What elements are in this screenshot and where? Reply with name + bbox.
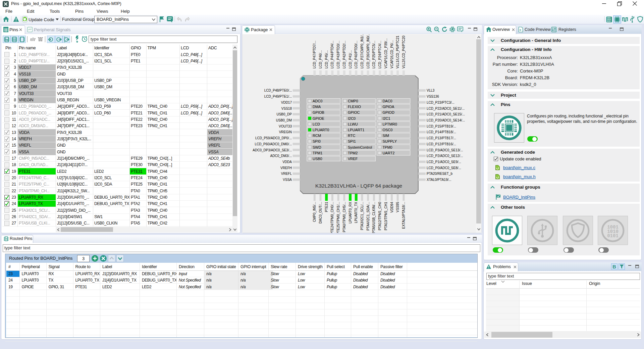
svg-text:LCD_P21/ADC0_SE15/...: LCD_P21/ADC0_SE15/...	[427, 112, 465, 116]
svg-text:GPIOC: GPIOC	[348, 110, 360, 114]
svg-text:VREGIN: VREGIN	[279, 130, 292, 134]
svg-text:LCD_P40/PTD0/...: LCD_P40/PTD0/...	[354, 41, 358, 68]
svg-text:VLL2/LCD_P4/PTC20: VLL2/LCD_P4/PTC20	[402, 36, 406, 68]
svg-text:LCD_P48/PTE0/...: LCD_P48/PTE0/...	[264, 89, 292, 92]
svg-text:CMP0_IN5/...: CMP0_IN5/...	[313, 202, 316, 222]
svg-text:FLEXIO: FLEXIO	[348, 105, 361, 109]
svg-text:LCD_P27/CMP0_IN1/...: LCD_P27/CMP0_IN1/...	[360, 34, 364, 68]
svg-text:PTA3/I2C1_SCL/...: PTA3/I2C1_SCL/...	[360, 202, 364, 230]
svg-text:LCD_P15/PTB19/...: LCD_P15/PTB19/...	[427, 124, 456, 128]
svg-text:OSC0: OSC0	[382, 128, 392, 132]
svg-text:LCD_P25/PTC5/...: LCD_P25/PTC5/...	[372, 41, 376, 68]
svg-text:I2C1: I2C1	[382, 116, 390, 120]
svg-text:LCD_P49/PTE1/...: LCD_P49/PTE1/...	[264, 95, 292, 98]
svg-text:USB0_DM: USB0_DM	[276, 118, 292, 122]
svg-text:K32L2B31VLH0A - LQFP 64 packag: K32L2B31VLH0A - LQFP 64 package	[315, 183, 402, 189]
svg-text:SPI1: SPI1	[348, 139, 356, 143]
svg-text:LCD_P43/PTD3/...: LCD_P43/PTD3/...	[336, 41, 340, 68]
svg-text:LCD_P45/...: LCD_P45/...	[325, 50, 328, 68]
svg-text:VOUT33: VOUT33	[279, 124, 292, 128]
svg-text:LCD_P60/ADC0_DM0/...: LCD_P60/ADC0_DM0/...	[255, 142, 292, 146]
svg-text:GPIOB: GPIOB	[313, 110, 324, 114]
svg-text:VSS95: VSS95	[396, 202, 399, 212]
svg-text:PTA4/I2C1_SDA/...: PTA4/I2C1_SDA/...	[366, 202, 370, 231]
svg-text:TPM0: TPM0	[382, 145, 392, 149]
svg-text:VREF: VREF	[348, 157, 358, 161]
svg-text:LCD_P13/PTB17/...: LCD_P13/PTB17/...	[427, 136, 456, 140]
svg-text:LCD_P2/ADC0_SE12/...: LCD_P2/ADC0_SE12/...	[427, 154, 463, 158]
svg-text:SWD: SWD	[313, 145, 321, 149]
svg-text:VSS18: VSS18	[281, 107, 292, 110]
svg-text:LPUART1: LPUART1	[348, 128, 364, 132]
svg-text:I2C0: I2C0	[348, 116, 356, 120]
svg-text:VSSA: VSSA	[283, 178, 292, 182]
svg-text:LCD_P20/ADC0_SE14/...: LCD_P20/ADC0_SE14/...	[427, 118, 465, 122]
svg-text:SUPPLY: SUPPLY	[382, 139, 397, 143]
svg-text:LPUART0_TX: LPUART0_TX	[354, 202, 358, 223]
svg-text:LCD_P14/PTB18/...: LCD_P14/PTB18/...	[427, 130, 456, 134]
svg-text:LCD_P59/ADC0_DP0/...: LCD_P59/ADC0_DP0/...	[255, 136, 292, 140]
svg-text:PTA5/USB_CLKIN/...: PTA5/USB_CLKIN/...	[372, 202, 376, 233]
svg-text:VDD17: VDD17	[281, 101, 292, 104]
svg-text:GPIOE: GPIOE	[313, 116, 324, 120]
svg-text:TPM1: TPM1	[313, 151, 322, 155]
svg-text:RCM: RCM	[313, 134, 321, 138]
svg-text:VLL3: VLL3	[427, 89, 435, 92]
svg-text:DAC0_OUT/...: DAC0_OUT/...	[319, 202, 322, 223]
svg-text:XTAL0/PTA19/...: XTAL0/PTA19/...	[427, 178, 451, 182]
svg-text:LCD_P44/PTD4/...: LCD_P44/PTD4/...	[330, 41, 334, 68]
svg-text:LCD_P42/PTD2/...: LCD_P42/PTD2/...	[342, 41, 346, 68]
svg-text:GPIOD: GPIOD	[382, 110, 394, 114]
svg-text:PTA12/TPM1_CH0: PTA12/TPM1_CH0	[378, 202, 382, 230]
svg-text:PTA13/TPM1_CH1: PTA13/TPM1_CH1	[384, 202, 388, 230]
svg-text:PTA0/TPM0_CH5/...: PTA0/TPM0_CH5/...	[342, 202, 346, 232]
svg-text:VLL1/LCD_P5/PTC21: VLL1/LCD_P5/PTC21	[396, 36, 399, 68]
svg-text:VCAP2/LCD_P6/...: VCAP2/LCD_P6/...	[390, 40, 394, 68]
svg-text:EXTAL0/PTA18/...: EXTAL0/PTA18/...	[402, 202, 406, 229]
svg-text:LCD_P23/PTC3/...: LCD_P23/PTC3/...	[427, 101, 454, 104]
svg-text:LPUART0: LPUART0	[313, 128, 329, 132]
svg-text:0101: 0101	[607, 233, 619, 239]
svg-text:PTA20/RESET_b: PTA20/RESET_b	[427, 172, 453, 176]
svg-text:USB0: USB0	[313, 157, 322, 161]
svg-text:LCD_P22/ADC0_SE11/...: LCD_P22/ADC0_SE11/...	[427, 107, 465, 110]
svg-text:DAC0: DAC0	[382, 99, 392, 103]
svg-text:LCD_P0/ADC0_SE8/...: LCD_P0/ADC0_SE8/...	[427, 166, 461, 170]
svg-text:SIM: SIM	[382, 134, 389, 138]
svg-text:USB0_DP: USB0_DP	[276, 112, 292, 116]
svg-text:ADC0: ADC0	[313, 99, 322, 103]
svg-text:LCD_P41/...: LCD_P41/...	[348, 50, 352, 68]
svg-text:VREFL: VREFL	[281, 172, 292, 176]
svg-text:LPTMR0: LPTMR0	[382, 122, 397, 126]
svg-text:0101: 0101	[607, 20, 611, 22]
svg-text:VCAP1/LCD_P39/...: VCAP1/LCD_P39/...	[384, 38, 388, 68]
svg-text:CMP0: CMP0	[348, 99, 358, 103]
svg-text:LCD_P46/...: LCD_P46/...	[319, 50, 322, 68]
svg-text:LCD_P12/PTB16/...: LCD_P12/PTB16/...	[427, 142, 456, 146]
svg-text:LCD_P26/CMP0_IN0/...: LCD_P26/CMP0_IN0/...	[366, 34, 370, 68]
svg-text:VDD94: VDD94	[390, 202, 394, 213]
svg-text:VSS136: VSS136	[427, 95, 439, 98]
svg-text:VREFH: VREFH	[280, 166, 292, 170]
svg-text:DMA: DMA	[313, 105, 321, 109]
svg-text:UART2: UART2	[382, 151, 394, 155]
svg-text:SPI0: SPI0	[313, 139, 321, 143]
svg-text:LCD: LCD	[313, 122, 320, 126]
svg-text:PTE31: PTE31	[325, 202, 328, 212]
svg-text:GPIOA: GPIOA	[382, 105, 394, 109]
svg-text:PTE24/TPM0_CH0/...: PTE24/TPM0_CH0/...	[330, 202, 334, 233]
svg-text:LCD_P3/ADC0_SE13/...: LCD_P3/ADC0_SE13/...	[427, 148, 463, 152]
svg-text:c: c	[520, 28, 521, 32]
svg-text:TPM2: TPM2	[348, 151, 358, 155]
svg-text:LCD_P24/PTC4/...: LCD_P24/PTC4/...	[378, 41, 382, 68]
svg-text:LCD_P1/ADC0_SE9/...: LCD_P1/ADC0_SE9/...	[427, 160, 461, 164]
svg-text:LLWU: LLWU	[348, 122, 358, 126]
svg-text:VDDA: VDDA	[282, 160, 292, 164]
svg-text:RTC: RTC	[348, 134, 355, 138]
svg-text:ADC0_DM3/...: ADC0_DM3/...	[270, 154, 292, 158]
svg-text:ADC0_DP3/ADC0_SE3/...: ADC0_DP3/ADC0_SE3/...	[253, 148, 292, 152]
svg-text:LPUART0_RX: LPUART0_RX	[348, 202, 352, 223]
svg-text:PTE25/TPM0_CH1/...: PTE25/TPM0_CH1/...	[336, 202, 340, 233]
svg-text:LCD_P47/PTD7/...: LCD_P47/PTD7/...	[313, 41, 316, 68]
svg-text:SystemControl: SystemControl	[348, 145, 372, 149]
